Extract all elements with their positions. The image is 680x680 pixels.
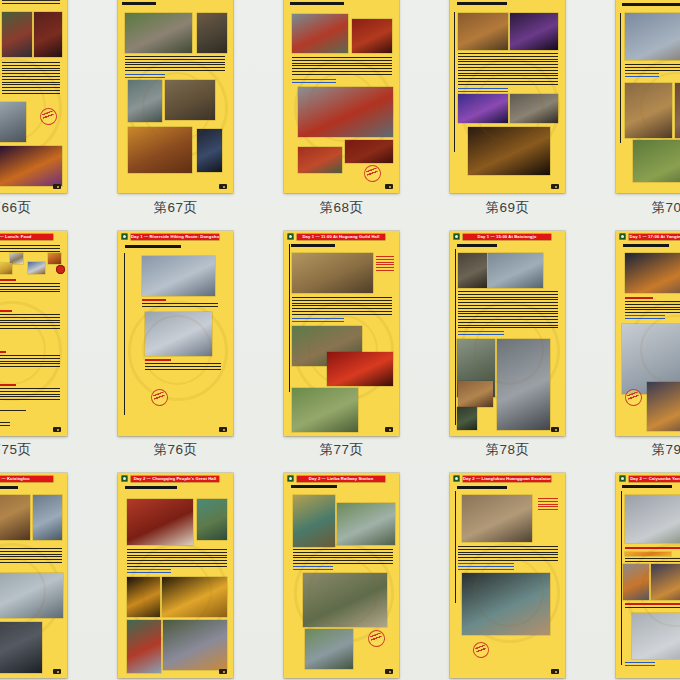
photo-placeholder [197,13,227,53]
text-lines [376,256,394,271]
page-header-bar: Day 2 — Liziba Railway Station [297,476,385,482]
stamp-icon [471,640,492,661]
publisher-logo-icon [53,427,61,432]
photo-placeholder [303,573,387,627]
red-badge-icon [56,265,65,274]
page-thumbnail[interactable]: Day 1 — 11:00 At Huguang Guild Hall [284,231,399,436]
text-lines [625,607,680,610]
page-number-label: 第79页 [616,441,680,459]
page-header-bar: Day 1 — 11:00 At Huguang Guild Hall [297,234,385,240]
page-number-label: 第78页 [450,441,565,459]
link-lines [292,318,344,324]
text-lines [125,56,225,72]
page-thumbnail[interactable] [450,0,565,193]
text-lines [142,303,218,309]
page-thumbnail[interactable]: Day 1 — 17:00 At Yangtze River Cableway [616,231,680,436]
publisher-logo-icon [219,427,227,432]
photo-placeholder [458,381,493,407]
section-title-line [122,2,156,5]
publisher-logo-icon [385,184,393,189]
photo-placeholder [125,13,192,53]
page-number-label: 第67页 [118,199,233,217]
margin-rule [620,13,621,143]
photo-placeholder [625,83,672,138]
text-lines [0,388,60,402]
page-thumbnail[interactable]: Day 2 — Caiyuanba Yangtze River Bridge [616,473,680,678]
page-thumbnail[interactable] [284,0,399,193]
margin-rule [454,12,455,152]
photo-placeholder [292,14,348,53]
publisher-logo-icon [53,184,61,189]
text-lines [292,297,392,316]
logo-green-icon [121,475,128,482]
photo-placeholder [0,102,26,142]
logo-green-icon [121,233,128,240]
photo-placeholder [345,140,393,163]
link-lines [625,662,655,668]
section-title-line [291,244,335,247]
section-title-line [622,3,680,6]
margin-rule [455,249,456,425]
page-thumbnail[interactable]: Day 2 — Kuixinglou [0,473,67,678]
red-subheading-line [142,299,166,301]
page-thumbnail[interactable]: Day 2 — Chongqing People's Great Hall [118,473,233,678]
photo-placeholder [675,83,680,138]
photo-placeholder [34,12,62,57]
text-lines [127,549,227,567]
page-number-label: 第69页 [450,199,565,217]
publisher-logo-icon [551,669,559,674]
section-title-line [125,486,177,489]
page-header-bar: Day 2 — Caiyuanba Yangtze River Bridge [629,476,680,482]
red-subheading-line [0,384,16,386]
section-title-line [457,486,507,489]
photo-placeholder [165,80,215,120]
text-lines [625,64,680,71]
link-lines [625,315,665,321]
red-subheading-line [625,547,680,549]
photo-placeholder [127,620,161,673]
publisher-logo-icon [385,427,393,432]
section-title-line [290,2,344,5]
photo-placeholder [197,499,227,540]
text-lines [0,355,60,368]
text-lines [0,245,60,252]
photo-placeholder [163,620,227,670]
photo-placeholder [0,622,42,673]
page-thumbnail[interactable] [0,0,67,193]
page-thumbnail[interactable]: Day 1 — 15:00 At Baixiangju [450,231,565,436]
page-header-bar: Day 1 — 15:00 At Baixiangju [463,234,551,240]
photo-placeholder [128,127,192,173]
photo-placeholder [633,140,680,182]
photo-placeholder [28,262,45,274]
stamp-icon [362,163,384,185]
page-thumbnail[interactable]: Day 1 — Riverside Hiking Route: Dongshui… [118,231,233,436]
link-lines [458,563,514,571]
page-thumbnail[interactable] [118,0,233,193]
photo-placeholder [327,352,393,386]
page-thumbnail[interactable]: Day 2 — Liziba Railway Station [284,473,399,678]
page-header-bar: Day 2 — Lianglukou Huangguan Escalator [463,476,551,482]
page-thumbnail[interactable] [616,0,680,193]
stamp-icon [366,628,388,650]
text-lines [0,283,60,294]
photo-placeholder [305,629,353,669]
page-thumbnail[interactable]: Day 1 — Lunch: Food [0,231,67,436]
text-lines [0,314,60,329]
text-lines [0,422,10,426]
photo-placeholder [651,564,680,600]
photo-placeholder [48,253,61,264]
photo-placeholder [625,253,680,293]
photo-placeholder [128,80,162,122]
page-thumbnail[interactable]: Day 2 — Lianglukou Huangguan Escalator [450,473,565,678]
margin-rule [621,491,622,665]
text-lines [458,291,558,329]
page-number-label: 第68页 [284,199,399,217]
page-header-bar: Day 2 — Kuixinglou [0,476,53,482]
red-subheading-line [625,603,680,605]
logo-green-icon [453,475,460,482]
margin-rule [455,491,456,603]
photo-placeholder [142,256,215,296]
text-lines [292,57,392,77]
photo-placeholder [458,13,508,50]
stamp-icon [38,106,60,128]
